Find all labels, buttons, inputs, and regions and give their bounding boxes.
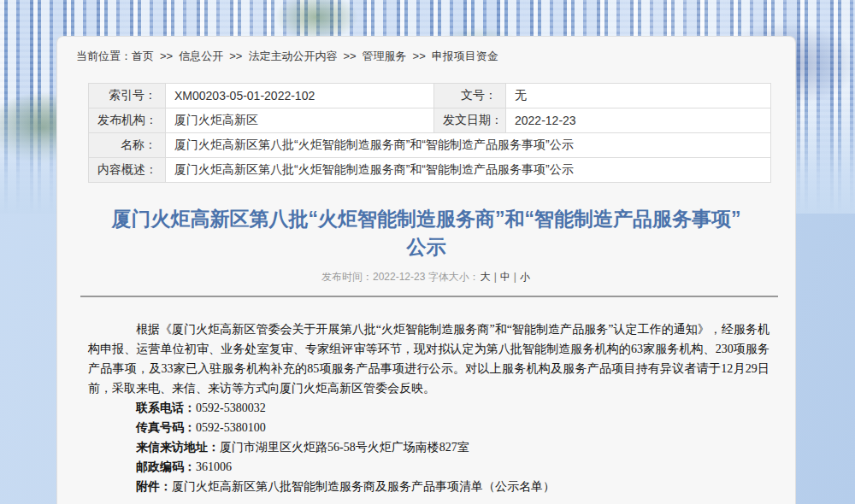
article-title: 厦门火炬高新区第八批“火炬智能制造服务商”和“智能制造产品服务事项”公示 xyxy=(104,205,748,261)
summary-label: 内容概述： xyxy=(89,158,166,183)
breadcrumb-separator: >> xyxy=(229,50,242,62)
publisher-value: 厦门火炬高新区 xyxy=(166,108,434,133)
contact-phone-value: 0592-5380032 xyxy=(196,401,266,414)
contact-phone-line: 联系电话：0592-5380032 xyxy=(88,398,770,418)
fontsize-medium-button[interactable]: 中 xyxy=(500,271,510,283)
contact-postcode-line: 邮政编码：361006 xyxy=(88,457,770,477)
issue-date-label: 发文日期： xyxy=(434,108,506,133)
summary-value: 厦门火炬高新区第八批“火炬智能制造服务商”和“智能制造产品服务事项”公示 xyxy=(166,158,771,183)
breadcrumb-item-project-funds[interactable]: 申报项目资金 xyxy=(432,50,498,62)
article-meta-line: 发布时间：2022-12-23 字体大小：大|中|小 xyxy=(57,270,795,284)
publisher-label: 发布机构： xyxy=(89,108,166,133)
contact-phone-label: 联系电话： xyxy=(136,401,196,414)
breadcrumb: 当前位置：首页>>信息公开>>法定主动公开内容>>管理服务>>申报项目资金 xyxy=(57,37,795,74)
fontsize-label: 字体大小： xyxy=(428,271,480,283)
document-meta-table: 索引号： XM00203-05-01-2022-102 文号： 无 发布机构： … xyxy=(88,83,771,183)
contact-address-label: 来信来访地址： xyxy=(136,441,220,454)
breadcrumb-item-statutory-content[interactable]: 法定主动公开内容 xyxy=(248,50,337,62)
breadcrumb-separator: >> xyxy=(160,50,173,62)
fontsize-large-button[interactable]: 大 xyxy=(481,271,491,283)
breadcrumb-label: 当前位置： xyxy=(76,50,132,62)
name-value: 厦门火炬高新区第八批“火炬智能制造服务商”和“智能制造产品服务事项”公示 xyxy=(166,133,771,158)
index-number-value: XM00203-05-01-2022-102 xyxy=(166,84,434,108)
contact-postcode-label: 邮政编码： xyxy=(136,460,196,473)
table-row-index-number: 索引号： XM00203-05-01-2022-102 文号： 无 xyxy=(89,84,771,108)
title-divider xyxy=(80,296,778,297)
contact-fax-value: 0592-5380100 xyxy=(196,421,266,434)
article-body: 根据《厦门火炬高新区管委会关于开展第八批“火炬智能制造服务商”和“智能制造产品服… xyxy=(88,319,770,504)
announcement-paragraph: 根据《厦门火炬高新区管委会关于开展第八批“火炬智能制造服务商”和“智能制造产品服… xyxy=(88,319,770,398)
fontsize-small-button[interactable]: 小 xyxy=(520,271,530,283)
issue-date-value: 2022-12-23 xyxy=(506,108,771,133)
index-number-label: 索引号： xyxy=(89,84,166,108)
fontsize-separator: | xyxy=(514,271,516,283)
doc-number-label: 文号： xyxy=(434,84,506,108)
contact-fax-line: 传真号码：0592-5380100 xyxy=(88,418,770,437)
breadcrumb-separator: >> xyxy=(413,50,426,62)
breadcrumb-separator: >> xyxy=(343,50,356,62)
table-row-summary: 内容概述： 厦门火炬高新区第八批“火炬智能制造服务商”和“智能制造产品服务事项”… xyxy=(89,158,771,183)
name-label: 名称： xyxy=(89,133,166,158)
doc-number-value: 无 xyxy=(506,84,771,108)
fontsize-separator: | xyxy=(494,271,497,283)
attachment-line: 附件：厦门火炬高新区第八批智能制造服务商及服务产品事项清单（公示名单） xyxy=(88,477,770,496)
attachment-label: 附件： xyxy=(136,480,172,493)
breadcrumb-item-management-services[interactable]: 管理服务 xyxy=(363,50,407,62)
publish-time-label: 发布时间： xyxy=(321,271,373,283)
content-panel: 当前位置：首页>>信息公开>>法定主动公开内容>>管理服务>>申报项目资金 索引… xyxy=(56,36,796,504)
table-row-name: 名称： 厦门火炬高新区第八批“火炬智能制造服务商”和“智能制造产品服务事项”公示 xyxy=(89,133,771,158)
breadcrumb-item-info-disclosure[interactable]: 信息公开 xyxy=(179,50,223,62)
contact-address-line: 来信来访地址：厦门市湖里区火炬路56-58号火炬广场南楼827室 xyxy=(88,437,770,457)
breadcrumb-item-home[interactable]: 首页 xyxy=(132,50,154,62)
attachment-link[interactable]: 厦门火炬高新区第八批智能制造服务商及服务产品事项清单（公示名单） xyxy=(172,480,555,493)
contact-postcode-value: 361006 xyxy=(196,460,232,473)
table-row-publisher: 发布机构： 厦门火炬高新区 发文日期： 2022-12-23 xyxy=(89,108,771,133)
contact-address-value: 厦门市湖里区火炬路56-58号火炬广场南楼827室 xyxy=(220,441,469,454)
contact-fax-label: 传真号码： xyxy=(136,421,196,434)
publish-time-value: 2022-12-23 xyxy=(373,271,425,283)
